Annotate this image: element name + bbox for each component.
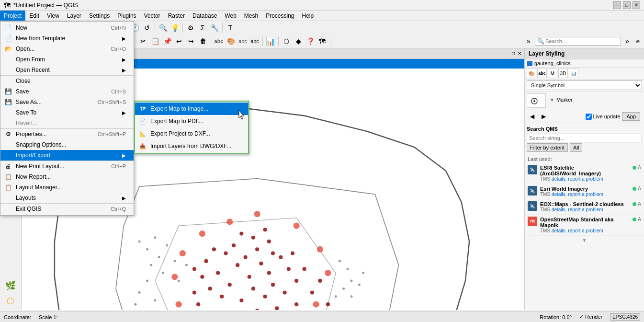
submenu-export-image[interactable]: 🗺 Export Map to Image... xyxy=(135,103,248,115)
qms-search-input[interactable] xyxy=(527,134,642,142)
map-close-btn[interactable]: ✕ xyxy=(517,51,522,56)
undo-btn[interactable]: ↩ xyxy=(173,35,185,47)
properties-icon: ⚙ xyxy=(4,131,12,138)
adv-shape[interactable]: ◆ xyxy=(293,35,304,47)
menu-properties[interactable]: ⚙ Properties... Ctrl+Shift+P xyxy=(0,128,134,139)
menu-item-vector[interactable]: Vector xyxy=(140,11,164,21)
menu-open-recent[interactable]: Open Recent ▶ xyxy=(0,65,134,75)
locator-input[interactable] xyxy=(544,38,616,45)
qms-eox-report[interactable]: report a problem xyxy=(568,207,603,212)
map-float-btn[interactable]: □ xyxy=(511,51,516,56)
menu-open[interactable]: 📂 Open... Ctrl+O xyxy=(0,44,134,54)
layer-icon-3d[interactable]: 3D xyxy=(558,69,568,78)
minimize-button[interactable]: ─ xyxy=(613,1,621,9)
menu-close[interactable]: Close xyxy=(0,75,134,86)
layer-icon-label[interactable]: abc xyxy=(537,69,547,78)
symbol-type-dropdown[interactable]: Single Symbol Categorized Graduated xyxy=(527,80,642,90)
menu-item-layer[interactable]: Layer xyxy=(63,11,85,21)
delete-selected[interactable]: 🗑 xyxy=(197,35,209,47)
menu-item-database[interactable]: Database xyxy=(189,11,221,21)
menu-item-help[interactable]: Help xyxy=(298,11,318,21)
layer-icon-paint[interactable]: 🎨 xyxy=(527,69,536,78)
tips-button[interactable]: 💡 xyxy=(169,22,181,34)
submenu-export-dxf[interactable]: 📐 Export Project to DXF... xyxy=(135,127,248,140)
paste-features[interactable]: 📌 xyxy=(161,35,173,47)
live-update-checkbox-label[interactable]: Live update xyxy=(586,114,621,120)
menu-item-edit[interactable]: Edit xyxy=(25,11,43,21)
layer-icon-diagram[interactable]: 📊 xyxy=(569,69,578,78)
save-as-icon: 💾 xyxy=(4,99,12,105)
label-color-btn[interactable]: 🎨 xyxy=(225,35,237,47)
menu-open-from[interactable]: Open From ▶ xyxy=(0,54,134,65)
plugin-btn-2[interactable]: ⬡ xyxy=(3,294,18,308)
redo-btn[interactable]: ↪ xyxy=(185,35,197,47)
qms-item-esri-world[interactable]: 🛰 Esri World Imagery TMS details, report… xyxy=(525,184,644,199)
menu-new-report[interactable]: 📋 New Report... xyxy=(0,172,134,182)
crs-button[interactable]: ⊕ xyxy=(633,35,642,47)
menu-item-raster[interactable]: Raster xyxy=(164,11,189,21)
menu-save[interactable]: 💾 Save Ctrl+S xyxy=(0,86,134,97)
open-attr-table[interactable]: 📊 xyxy=(265,35,276,47)
submenu-export-pdf[interactable]: 📄 Export Map to PDF... xyxy=(135,115,248,127)
menu-new-print[interactable]: 🖨 New Print Layout... Ctrl+P xyxy=(0,161,134,172)
plugin-btn-1[interactable]: 🌿 xyxy=(3,278,18,293)
plugins-btn[interactable]: 🔧 xyxy=(209,22,220,34)
maximize-button[interactable]: □ xyxy=(623,1,631,9)
menu-layout-manager[interactable]: 📋 Layout Manager... xyxy=(0,182,134,193)
menu-import-export[interactable]: Import/Export ▶ xyxy=(0,150,134,161)
menu-snapping[interactable]: Snapping Options... xyxy=(0,139,134,150)
locator-toggle[interactable]: » xyxy=(523,35,534,47)
text-btn[interactable]: T xyxy=(225,22,236,34)
refresh-button[interactable]: ↺ xyxy=(141,22,153,34)
label-btn[interactable]: abc xyxy=(213,35,225,47)
menu-save-to[interactable]: Save To ▶ xyxy=(0,107,134,118)
qms-item-eox[interactable]: 🛰 EOX::Maps - Sentinel-2 cloudless TMS d… xyxy=(525,199,644,215)
cut-features[interactable]: ✂ xyxy=(137,35,149,47)
menu-item-view[interactable]: View xyxy=(43,11,63,21)
qms-osm-details[interactable]: details xyxy=(552,228,565,233)
label-text-btn[interactable]: abc xyxy=(237,35,249,47)
menu-save-as[interactable]: 💾 Save As... Ctrl+Shift+S xyxy=(0,97,134,107)
submenu-import-dwg[interactable]: 📥 Import Layers from DWG/DXF... xyxy=(135,140,248,152)
menu-layouts[interactable]: Layouts ▶ xyxy=(0,193,134,203)
qms-eox-details[interactable]: details xyxy=(552,207,565,212)
menu-item-web[interactable]: Web xyxy=(221,11,240,21)
apply-button[interactable]: App xyxy=(622,112,640,121)
menu-item-settings[interactable]: Settings xyxy=(85,11,113,21)
qms-osm-report[interactable]: report a problem xyxy=(568,228,603,233)
menu-item-processing[interactable]: Processing xyxy=(262,11,298,21)
last-used-title: Last used: xyxy=(525,154,644,163)
stats-btn[interactable]: Σ xyxy=(197,22,208,34)
layer-icon-mask[interactable]: M xyxy=(548,69,557,78)
settings-btn[interactable]: ⚙ xyxy=(185,22,196,34)
menu-new-template[interactable]: 📄 New from Template ▶ xyxy=(0,33,134,44)
menu-item-mesh[interactable]: Mesh xyxy=(240,11,262,21)
close-label: Close xyxy=(16,78,31,84)
qms-esri-world-details[interactable]: details xyxy=(552,192,565,197)
qgis-logo[interactable]: 🗺 xyxy=(316,35,328,47)
qms-esri-world-report[interactable]: report a problem xyxy=(568,192,603,197)
locator-right[interactable]: » xyxy=(621,35,633,47)
label-bg-btn[interactable]: abc xyxy=(249,35,260,47)
qms-esri-status: A xyxy=(633,165,641,170)
close-button[interactable]: ✕ xyxy=(633,1,640,9)
menu-exit[interactable]: Exit QGIS Ctrl+Q xyxy=(0,203,134,214)
search-button[interactable]: 🔍 xyxy=(157,22,169,34)
menu-new[interactable]: 📄 New Ctrl+N xyxy=(0,23,134,33)
live-update-checkbox[interactable] xyxy=(586,114,592,120)
crs-status-button[interactable]: EPSG:4326 xyxy=(610,313,640,321)
help-btn3[interactable]: ❓ xyxy=(305,35,316,47)
qms-item-osm[interactable]: 🗺 OpenStreetMap Standard aka Mapnik TMS … xyxy=(525,215,644,236)
qms-item-esri-satellite[interactable]: 🛰 ESRI Satellite (ArcGIS/World_Imagery) … xyxy=(525,163,644,184)
qms-esri-details-link[interactable]: details xyxy=(552,176,565,182)
menu-item-plugins[interactable]: Plugins xyxy=(113,11,140,21)
panel-btn-back[interactable]: ◀ xyxy=(527,111,537,122)
copy-features[interactable]: 📋 xyxy=(149,35,161,47)
filter-all-button[interactable]: All xyxy=(570,143,582,152)
filter-extent-button[interactable]: Filter by extent xyxy=(527,143,568,152)
menu-revert[interactable]: Revert... xyxy=(0,118,134,128)
panel-btn-forward[interactable]: ▶ xyxy=(538,111,549,122)
menu-item-project[interactable]: Project xyxy=(0,11,25,21)
qms-esri-report-link[interactable]: report a problem xyxy=(568,176,603,182)
adv-digitize[interactable]: ⬡ xyxy=(281,35,292,47)
